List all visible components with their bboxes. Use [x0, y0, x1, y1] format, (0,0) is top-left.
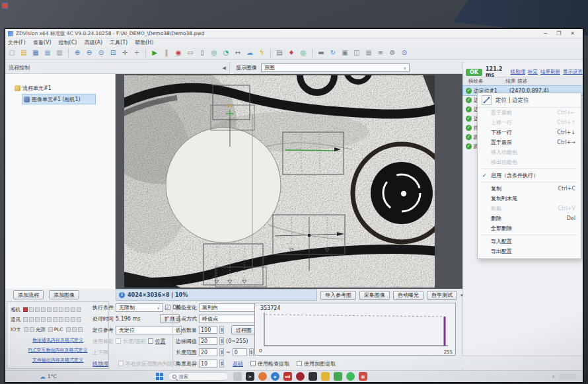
tree-item-image-unit[interactable]: 图像单元#1 (相机1)	[22, 95, 95, 104]
record-icon[interactable]: ◉	[174, 48, 183, 58]
spinner-arrows[interactable]: ▲▼	[219, 326, 224, 334]
office-grid-icon[interactable]: ▦	[359, 372, 367, 381]
terminal-icon[interactable]: >	[246, 372, 254, 381]
context-menu-item-15[interactable]: 导入配置	[478, 237, 581, 247]
zoom-fit-icon[interactable]: ⊡	[108, 48, 118, 58]
add-image-button[interactable]: 添加图像	[49, 290, 79, 299]
add-flow-button[interactable]: 添加流程	[13, 290, 44, 299]
target-icon[interactable]: ◎	[209, 48, 219, 58]
lightning-icon[interactable]: ϟ	[257, 48, 266, 58]
indicator-cell[interactable]	[72, 327, 77, 332]
task-view-icon[interactable]	[233, 372, 242, 381]
indicator-cell[interactable]	[71, 307, 75, 312]
indicator-cell[interactable]	[41, 317, 46, 322]
gear-icon[interactable]: ⚙	[388, 48, 397, 58]
action-button-0[interactable]: 导入参考图	[320, 291, 356, 300]
indicator-cell[interactable]	[30, 327, 34, 332]
list-icon[interactable]: ≡	[376, 48, 385, 58]
config-link-1[interactable]: PLC交互数据内容及格式定义	[28, 347, 87, 354]
folder-icon[interactable]	[321, 372, 330, 381]
page-icon[interactable]: ▯	[198, 48, 207, 58]
indicator-cell[interactable]	[66, 327, 71, 332]
context-menu-item-10[interactable]: 复制到末尾	[478, 194, 581, 204]
context-menu-item-12[interactable]: 删除Del	[478, 213, 581, 223]
position-checkbox[interactable]	[148, 338, 153, 344]
color-change-select[interactable]: 黑到白∨	[199, 303, 260, 312]
indicator-cell[interactable]	[53, 307, 57, 312]
results-link-0[interactable]: 线助理	[511, 69, 526, 75]
display-image-select[interactable]: 原图 ∨	[261, 63, 410, 72]
menu-item-1[interactable]: 查看(V)	[33, 39, 52, 46]
tray-clock-area[interactable]	[559, 373, 576, 379]
indicator-cell[interactable]	[35, 307, 40, 312]
zoom-out-icon[interactable]: ⊖	[85, 48, 94, 58]
browser-orange-icon[interactable]	[258, 372, 267, 381]
new-file-icon[interactable]: ▢	[7, 48, 17, 58]
indicator-cell[interactable]	[48, 327, 53, 332]
indicator-cell[interactable]	[59, 317, 63, 322]
spinner-arrows[interactable]: ▲▼	[219, 348, 224, 356]
oob-ok-checkbox[interactable]	[118, 361, 124, 366]
ring-icon[interactable]: ◎	[299, 48, 308, 58]
roi-icon[interactable]: ▭	[186, 48, 195, 58]
collapse-panel-icon[interactable]: ◀	[223, 65, 226, 71]
sync-icon[interactable]: ↻	[328, 48, 338, 58]
spinner-arrows[interactable]: ▲▼	[219, 337, 224, 345]
edge-browser-icon[interactable]: e	[271, 372, 279, 381]
cloud-icon[interactable]: ☁	[245, 48, 254, 58]
angle-diff-input[interactable]: 10	[199, 360, 217, 367]
exec-condition-select[interactable]: 无限制∨	[116, 303, 163, 312]
menu-item-5[interactable]: 帮助(H)	[135, 39, 153, 46]
pause-icon[interactable]: ‖	[162, 48, 171, 58]
config-link-0[interactable]: 数据通讯内容及格式定义	[32, 337, 83, 344]
zoom-region-icon[interactable]: ⊙	[96, 48, 106, 58]
length-min-input[interactable]: 20	[199, 348, 217, 356]
dark-app-icon[interactable]	[309, 372, 317, 381]
windows-start-button[interactable]	[156, 373, 163, 380]
indicator-cell[interactable]	[53, 317, 57, 322]
save-icon[interactable]: ▦	[31, 48, 40, 58]
context-menu-item-7[interactable]: ✓启用（含条件执行）	[478, 171, 581, 180]
line-assistant-link[interactable]: 线助理	[92, 360, 108, 367]
close-button[interactable]: ✕	[570, 30, 575, 36]
length-area-checkbox[interactable]	[116, 338, 121, 344]
globe-icon[interactable]: ◔	[221, 48, 231, 58]
indicator-cell[interactable]	[24, 327, 28, 332]
vd-player-icon[interactable]: vd	[283, 372, 292, 381]
info-icon[interactable]: ⊙	[400, 48, 409, 58]
context-menu-item-16[interactable]: 导出配置	[478, 247, 581, 256]
action-button-2[interactable]: 自动曝光	[393, 291, 423, 300]
minimize-button[interactable]: ─	[544, 30, 547, 36]
ok-checkbox[interactable]: ✓	[165, 305, 170, 310]
copy-icon[interactable]: ◫	[352, 48, 361, 58]
length-max-input[interactable]: 0	[233, 348, 247, 356]
zoom-in-icon[interactable]: ⊕	[73, 48, 82, 58]
action-button-1[interactable]: 采集图像	[359, 291, 390, 300]
menu-item-3[interactable]: 高级(A)	[84, 39, 102, 46]
indicator-cell[interactable]	[77, 307, 81, 312]
indicator-cell[interactable]	[47, 307, 52, 312]
action-button-3[interactable]: 自学测试	[427, 291, 457, 300]
wechat-icon[interactable]	[346, 372, 355, 381]
spinner-arrows[interactable]: ▲▼	[219, 360, 224, 367]
green-app-icon[interactable]	[334, 372, 342, 381]
process-graph-button[interactable]: 过程图	[231, 325, 256, 334]
point-mode-select[interactable]: 峰值点∨	[199, 315, 260, 323]
tree-item-flow-unit[interactable]: 流程单元#1	[5, 83, 115, 93]
position-ref-select[interactable]: 无定位∨	[116, 326, 182, 334]
indicator-cell[interactable]	[78, 327, 83, 332]
system-tray[interactable]: ∧	[552, 373, 576, 379]
context-menu-item-9[interactable]: 复制Ctrl+C	[478, 184, 581, 194]
extract-check1[interactable]	[250, 361, 256, 366]
open-folder-icon[interactable]: ▤	[19, 48, 28, 58]
taskbar-search[interactable]: 搜索	[168, 372, 229, 381]
results-link-2[interactable]: 结果刷新	[540, 69, 560, 75]
image-viewport[interactable]	[116, 74, 462, 289]
red-app-icon[interactable]	[296, 372, 305, 381]
tray-chevron-icon[interactable]: ∧	[552, 374, 555, 379]
indicator-cell[interactable]	[77, 317, 81, 322]
weather-widget[interactable]: ☁ 1°C	[40, 373, 57, 380]
printer-icon[interactable]: ▤	[275, 48, 284, 58]
run-icon[interactable]: ▶	[150, 48, 159, 58]
crosshair-icon[interactable]: +	[132, 48, 141, 58]
